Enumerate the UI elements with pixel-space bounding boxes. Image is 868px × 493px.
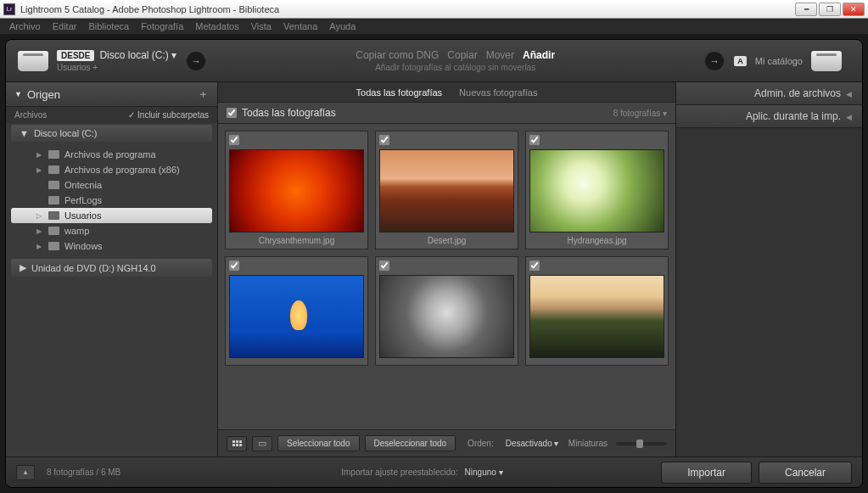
tree-dvd[interactable]: ▶ Unidad de DVD (D:) NGH14.0	[11, 259, 212, 277]
add-source-icon[interactable]: ＋	[198, 87, 209, 102]
dest-arrow-icon: →	[705, 52, 724, 70]
tree-item-wamp[interactable]: ▶wamp	[6, 223, 217, 238]
thumbnail-cell[interactable]: Desert.jpg	[375, 131, 518, 249]
window-maximize-button[interactable]: ❐	[819, 3, 841, 16]
tree-item-ontecnia[interactable]: Ontecnia	[6, 177, 217, 193]
menu-metadatos[interactable]: Metadatos	[189, 21, 244, 31]
source-drive-select[interactable]: Disco local (C:) ▾	[99, 49, 176, 61]
menu-biblioteca[interactable]: Biblioteca	[82, 21, 135, 31]
thumbnail-checkbox[interactable]	[229, 135, 239, 145]
window-titlebar: Lr Lightroom 5 Catalog - Adobe Photoshop…	[0, 0, 868, 19]
cancel-button[interactable]: Cancelar	[759, 462, 852, 484]
menu-ayuda[interactable]: Ayuda	[323, 21, 361, 31]
section-title: Todas las fotografías	[242, 107, 336, 119]
thumbnail-caption	[229, 358, 364, 361]
dest-disk-icon	[811, 51, 842, 71]
thumbnail-checkbox[interactable]	[529, 261, 540, 271]
origin-panel-header[interactable]: ▼ Origen ＋	[6, 82, 217, 107]
section-checkbox[interactable]	[227, 108, 237, 118]
thumbnail-cell[interactable]: Chrysanthemum.jpg	[225, 131, 368, 249]
thumbnail-caption	[529, 358, 664, 361]
thumbnail-caption	[379, 358, 514, 361]
tree-dvd-label: Unidad de DVD (D:) NGH14.0	[31, 263, 156, 273]
bottom-bar: ▲ 8 fotografías / 6 MB Importar ajuste p…	[6, 457, 862, 487]
folder-icon	[48, 196, 59, 204]
thumbnail-image[interactable]	[379, 149, 514, 232]
thumbnail-checkbox[interactable]	[379, 261, 389, 271]
window-minimize-button[interactable]: ━	[795, 3, 817, 16]
thumbnail-image[interactable]	[229, 149, 364, 232]
tab-all-photos[interactable]: Todas las fotografías	[356, 87, 443, 98]
menu-ventana[interactable]: Ventana	[277, 21, 323, 31]
dest-label[interactable]: Mi catálogo	[755, 56, 803, 66]
thumbnails-label: Miniaturas	[568, 439, 608, 448]
window-close-button[interactable]: ✕	[843, 3, 865, 16]
include-subfolders-toggle[interactable]: ✓ Incluir subcarpetas	[128, 110, 209, 120]
thumbnail-image[interactable]	[379, 275, 514, 358]
op-copy-dng[interactable]: Copiar como DNG	[356, 49, 439, 61]
thumbnail-grid[interactable]: Chrysanthemum.jpgDesert.jpgHydrangeas.jp…	[218, 124, 675, 429]
tree-item-archivos-programa[interactable]: ▶Archivos de programa	[6, 147, 217, 162]
origin-label: Origen	[27, 88, 60, 101]
apply-during-import-panel-header[interactable]: Aplic. durante la imp.◀	[676, 105, 862, 128]
op-move[interactable]: Mover	[486, 49, 514, 61]
tree-item-windows[interactable]: ▶Windows	[6, 238, 217, 254]
thumbnail-cell[interactable]	[225, 256, 368, 366]
grid-toolbar: ▭ Seleccionar todo Deseleccionar todo Or…	[218, 429, 675, 457]
window-title: Lightroom 5 Catalog - Adobe Photoshop Li…	[20, 4, 279, 14]
import-button[interactable]: Importar	[661, 462, 752, 484]
folder-icon	[48, 242, 59, 250]
preset-label: Importar ajuste preestablecido:	[341, 468, 457, 477]
folder-icon	[48, 181, 59, 189]
menu-archivo[interactable]: Archivo	[3, 21, 47, 31]
file-admin-panel-header[interactable]: Admin. de archivos◀	[676, 82, 862, 105]
collapse-bottom-button[interactable]: ▲	[16, 465, 35, 480]
chevron-down-icon: ▼	[14, 90, 22, 98]
thumbnail-cell[interactable]: Hydrangeas.jpg	[525, 131, 669, 249]
thumbnail-caption: Chrysanthemum.jpg	[229, 232, 364, 245]
source-disk-icon	[18, 51, 48, 71]
dest-shortcut: A	[734, 56, 747, 66]
tab-new-photos[interactable]: Nuevas fotografías	[459, 87, 537, 98]
thumbnail-checkbox[interactable]	[229, 261, 239, 271]
select-all-button[interactable]: Seleccionar todo	[277, 435, 360, 451]
tree-root[interactable]: ▼ Disco local (C:)	[11, 125, 212, 142]
folder-icon	[48, 150, 59, 159]
thumbnail-checkbox[interactable]	[529, 135, 540, 145]
source-path[interactable]: Usuarios +	[57, 63, 176, 72]
thumbnail-size-slider[interactable]	[616, 442, 667, 445]
import-header: DESDE Disco local (C:) ▾ Usuarios + → Co…	[6, 40, 862, 82]
menu-fotografia[interactable]: Fotografía	[135, 21, 189, 31]
op-copy[interactable]: Copiar	[447, 49, 477, 61]
order-label: Orden:	[468, 439, 494, 448]
menubar: Archivo Editar Biblioteca Fotografía Met…	[0, 19, 868, 34]
left-panel: ▼ Origen ＋ Archivos ✓ Incluir subcarpeta…	[6, 82, 218, 457]
thumbnail-image[interactable]	[529, 149, 664, 232]
right-panel: Admin. de archivos◀ Aplic. durante la im…	[675, 82, 862, 457]
tree-root-label: Disco local (C:)	[34, 128, 98, 138]
op-add[interactable]: Añadir	[523, 49, 555, 61]
source-badge: DESDE	[57, 50, 94, 61]
thumbnail-cell[interactable]	[375, 256, 518, 366]
tree-item-usuarios[interactable]: ▷Usuarios	[11, 208, 212, 223]
menu-editar[interactable]: Editar	[47, 21, 83, 31]
folder-icon	[48, 227, 59, 235]
section-count[interactable]: 8 fotografías ▾	[613, 109, 667, 118]
tree-item-perflogs[interactable]: PerfLogs	[6, 193, 217, 208]
folder-icon	[48, 165, 59, 174]
app-icon: Lr	[3, 3, 15, 15]
order-select[interactable]: Desactivado ▾	[506, 439, 559, 448]
chevron-left-icon: ◀	[846, 113, 852, 121]
thumbnail-image[interactable]	[529, 275, 664, 358]
view-loupe-button[interactable]: ▭	[252, 436, 272, 451]
center-panel: Todas las fotografías Nuevas fotografías…	[218, 82, 675, 457]
menu-vista[interactable]: Vista	[245, 21, 277, 31]
tree-item-archivos-programa-x86[interactable]: ▶Archivos de programa (x86)	[6, 162, 217, 177]
preset-select[interactable]: Ninguno ▾	[465, 468, 503, 477]
deselect-all-button[interactable]: Deseleccionar todo	[365, 435, 456, 451]
chevron-down-icon: ▼	[20, 128, 29, 138]
thumbnail-checkbox[interactable]	[379, 135, 389, 145]
thumbnail-cell[interactable]	[525, 256, 669, 366]
thumbnail-image[interactable]	[229, 275, 364, 358]
view-grid-button[interactable]	[227, 436, 247, 451]
